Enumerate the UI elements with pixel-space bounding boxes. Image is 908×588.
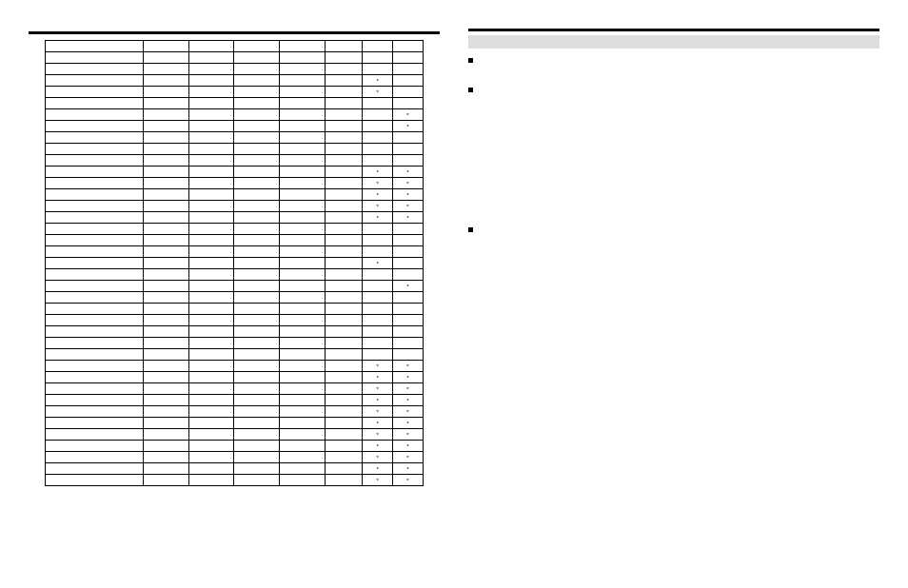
table-cell bbox=[46, 452, 144, 463]
table-cell bbox=[144, 167, 189, 178]
table-cell bbox=[392, 349, 423, 361]
table-cell bbox=[280, 258, 326, 269]
table-cell bbox=[325, 246, 363, 258]
table-row: * bbox=[46, 87, 423, 98]
table-cell bbox=[188, 269, 234, 281]
table-cell bbox=[234, 201, 280, 212]
table-cell bbox=[280, 52, 326, 64]
table-cell bbox=[280, 201, 326, 212]
table-cell: * bbox=[363, 167, 393, 178]
table-cell bbox=[144, 361, 189, 372]
table-cell bbox=[325, 269, 363, 281]
table-cell bbox=[188, 52, 234, 64]
table-cell: * bbox=[363, 452, 393, 463]
table-cell bbox=[280, 349, 326, 361]
table-cell bbox=[188, 155, 234, 167]
table-cell bbox=[46, 144, 144, 155]
table-cell bbox=[325, 292, 363, 304]
table-cell bbox=[144, 75, 189, 87]
table-cell bbox=[144, 64, 189, 75]
table-cell: * bbox=[392, 109, 423, 121]
table-row bbox=[46, 304, 423, 315]
table-cell bbox=[234, 178, 280, 189]
table-cell bbox=[234, 52, 280, 64]
table-cell bbox=[188, 349, 234, 361]
table-cell bbox=[144, 246, 189, 258]
table-cell bbox=[46, 304, 144, 315]
table-cell: * bbox=[392, 212, 423, 224]
table-cell bbox=[188, 395, 234, 406]
table-cell bbox=[46, 246, 144, 258]
table-cell bbox=[46, 155, 144, 167]
table-cell bbox=[280, 155, 326, 167]
heading-bar bbox=[468, 35, 879, 49]
table-cell bbox=[280, 87, 326, 98]
table-cell bbox=[188, 418, 234, 429]
table-cell bbox=[144, 441, 189, 452]
table-cell bbox=[188, 452, 234, 463]
table-cell bbox=[325, 132, 363, 144]
table-cell bbox=[46, 361, 144, 372]
table-row: ** bbox=[46, 441, 423, 452]
table-cell: * bbox=[392, 167, 423, 178]
table-row: * bbox=[46, 121, 423, 132]
table-cell bbox=[280, 132, 326, 144]
table-cell bbox=[188, 189, 234, 201]
table-cell bbox=[392, 235, 423, 246]
table-cell bbox=[280, 246, 326, 258]
table-row: ** bbox=[46, 383, 423, 395]
table-cell bbox=[188, 441, 234, 452]
table-cell bbox=[363, 235, 393, 246]
square-bullet-icon bbox=[468, 58, 473, 63]
table-cell bbox=[392, 269, 423, 281]
table-cell bbox=[280, 144, 326, 155]
table-cell bbox=[46, 178, 144, 189]
table-cell bbox=[234, 109, 280, 121]
table-cell bbox=[325, 41, 363, 52]
table-cell: * bbox=[363, 475, 393, 486]
table-cell bbox=[234, 235, 280, 246]
table-cell bbox=[325, 64, 363, 75]
table-row: ** bbox=[46, 463, 423, 475]
table-cell bbox=[280, 441, 326, 452]
table-cell bbox=[234, 463, 280, 475]
table-cell bbox=[280, 41, 326, 52]
table-cell bbox=[280, 304, 326, 315]
table-cell bbox=[46, 406, 144, 418]
table-cell bbox=[144, 338, 189, 349]
table-cell bbox=[325, 281, 363, 292]
table-row: ** bbox=[46, 361, 423, 372]
table-cell: * bbox=[363, 212, 393, 224]
table-row: ** bbox=[46, 372, 423, 383]
table-cell bbox=[325, 144, 363, 155]
table-cell bbox=[188, 132, 234, 144]
table-cell bbox=[392, 155, 423, 167]
table-cell bbox=[325, 52, 363, 64]
table-cell bbox=[188, 178, 234, 189]
table-cell: * bbox=[363, 441, 393, 452]
table-cell bbox=[188, 463, 234, 475]
table-row bbox=[46, 326, 423, 338]
table-cell bbox=[325, 441, 363, 452]
table-cell: * bbox=[392, 452, 423, 463]
table-cell bbox=[144, 429, 189, 441]
table-cell: * bbox=[392, 281, 423, 292]
table-cell bbox=[144, 41, 189, 52]
table-cell bbox=[144, 52, 189, 64]
table-cell bbox=[46, 258, 144, 269]
table-cell: * bbox=[363, 361, 393, 372]
table-cell bbox=[188, 326, 234, 338]
table-cell bbox=[234, 452, 280, 463]
table-row: ** bbox=[46, 452, 423, 463]
table-cell bbox=[46, 326, 144, 338]
table-cell bbox=[188, 429, 234, 441]
table-cell bbox=[188, 372, 234, 383]
table-cell bbox=[234, 281, 280, 292]
table-cell bbox=[325, 258, 363, 269]
table-row bbox=[46, 269, 423, 281]
table-row: ** bbox=[46, 429, 423, 441]
table-cell bbox=[144, 87, 189, 98]
table-cell bbox=[325, 429, 363, 441]
table-row: ** bbox=[46, 406, 423, 418]
table-cell bbox=[325, 109, 363, 121]
